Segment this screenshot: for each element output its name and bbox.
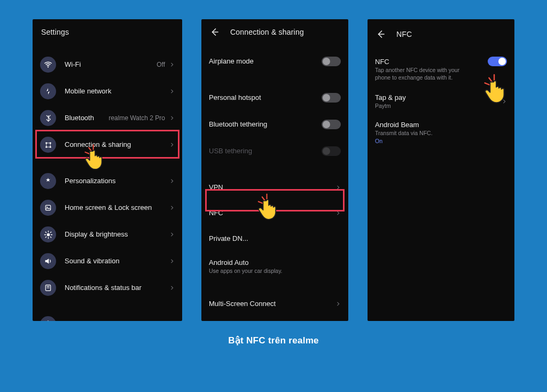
connection-sharing-icon — [40, 137, 56, 153]
settings-row-sound[interactable]: Sound & vibration — [33, 248, 182, 275]
android-beam-label: Android Beam — [375, 121, 507, 129]
android-beam-status: On — [375, 138, 507, 144]
settings-row-wifi[interactable]: Wi-Fi Off — [33, 51, 182, 78]
row-personal-hotspot[interactable]: Personal hotspot — [201, 84, 348, 111]
bluetooth-label: Bluetooth — [65, 114, 108, 122]
vpn-label: VPN — [209, 183, 335, 192]
chevron-right-icon — [169, 204, 175, 211]
android-auto-label: Android Auto — [209, 258, 341, 267]
row-bluetooth-tethering[interactable]: Bluetooth tethering — [201, 111, 348, 138]
row-airplane-mode[interactable]: Airplane mode — [201, 48, 348, 75]
notifications-icon — [40, 280, 56, 296]
settings-row-display[interactable]: Display & brightness — [33, 221, 182, 248]
android-auto-sublabel: Use apps on your car display. — [209, 268, 341, 275]
airplane-label: Airplane mode — [209, 57, 322, 66]
settings-row-personalizations[interactable]: Personalizations — [33, 168, 182, 194]
settings-row-mobile[interactable]: Mobile network — [33, 78, 182, 105]
chevron-right-icon — [169, 231, 175, 238]
nfc-header: NFC — [368, 19, 514, 49]
settings-row-notifications[interactable]: Notifications & status bar — [33, 275, 182, 301]
conn-header: Connection & sharing — [201, 19, 348, 45]
chevron-right-icon — [169, 284, 175, 292]
airplane-toggle[interactable] — [322, 57, 341, 66]
chevron-right-icon — [169, 61, 175, 68]
mobile-network-icon — [40, 83, 56, 99]
row-multiscreen-connect[interactable]: Multi-Screen Connect — [201, 291, 348, 317]
hotspot-toggle[interactable] — [322, 93, 341, 103]
btteth-toggle[interactable] — [322, 120, 341, 129]
phone-connection-sharing: Connection & sharing Airplane mode Perso… — [201, 19, 348, 321]
chevron-right-icon — [502, 98, 507, 105]
chevron-right-icon — [335, 184, 341, 191]
wifi-icon — [40, 57, 56, 73]
phone-nfc: NFC NFC Tap another NFC device with your… — [368, 19, 514, 321]
back-button[interactable] — [210, 27, 220, 37]
home-lock-label: Home screen & Lock screen — [65, 203, 169, 212]
chevron-right-icon — [169, 88, 175, 95]
row-nfc[interactable]: NFC — [201, 201, 348, 225]
chevron-right-icon — [169, 141, 175, 148]
nfc-label: NFC — [209, 209, 335, 217]
btteth-label: Bluetooth tethering — [209, 120, 322, 129]
row-private-dns[interactable]: Private DN... — [201, 225, 348, 252]
personalizations-icon — [40, 173, 56, 189]
display-label: Display & brightness — [65, 230, 169, 239]
row-android-auto[interactable]: Android Auto Use apps on your car displa… — [201, 252, 348, 281]
msc-label: Multi-Screen Connect — [209, 300, 335, 308]
row-android-beam[interactable]: Android Beam Transmit data via NFC. On — [368, 115, 514, 150]
sound-vibration-icon — [40, 253, 56, 269]
nfc-master-label: NFC — [375, 58, 488, 66]
row-screencast[interactable]: Screencast — [201, 317, 348, 321]
private-dns-label: Private DN... — [209, 234, 341, 243]
chevron-right-icon — [169, 114, 175, 122]
sound-label: Sound & vibration — [65, 257, 169, 265]
back-button[interactable] — [376, 29, 386, 39]
row-nfc-master[interactable]: NFC Tap another NFC device with your pho… — [368, 53, 514, 88]
android-beam-sublabel: Transmit data via NFC. — [375, 130, 507, 137]
connection-sharing-label: Connection & sharing — [65, 140, 169, 149]
usbteth-toggle — [322, 146, 341, 156]
tap-pay-sublabel: Paytm — [375, 103, 502, 110]
password-security-icon — [40, 316, 56, 321]
settings-title: Settings — [41, 28, 69, 36]
chevron-right-icon — [169, 320, 175, 321]
row-vpn[interactable]: VPN — [201, 174, 348, 201]
chevron-right-icon — [335, 300, 341, 308]
row-tap-pay[interactable]: Tap & pay Paytm — [368, 88, 514, 115]
settings-row-home-lock[interactable]: Home screen & Lock screen — [33, 194, 182, 221]
nfc-master-toggle[interactable] — [488, 57, 507, 66]
row-usb-tethering: USB tethering — [201, 138, 348, 164]
bluetooth-value: realme Watch 2 Pro — [108, 114, 165, 122]
nfc-screen-title: NFC — [396, 30, 412, 38]
settings-row-password-security[interactable]: Password & security — [33, 311, 182, 321]
nfc-master-sublabel: Tap another NFC device with your phone t… — [375, 67, 476, 81]
settings-header: Settings — [33, 19, 182, 45]
usbteth-label: USB tethering — [209, 147, 322, 155]
chevron-right-icon — [169, 257, 175, 265]
personalizations-label: Personalizations — [65, 177, 169, 185]
settings-row-connection-sharing[interactable]: Connection & sharing — [33, 131, 182, 158]
bluetooth-icon — [40, 110, 56, 126]
mobile-label: Mobile network — [65, 87, 169, 96]
chevron-right-icon — [335, 209, 341, 217]
display-brightness-icon — [40, 226, 56, 242]
figure-caption: Bật NFC trên realme — [228, 335, 319, 346]
password-label: Password & security — [65, 320, 169, 321]
chevron-right-icon — [169, 177, 175, 185]
phone-settings: Settings Wi-Fi Off Mobile network Blueto… — [33, 19, 182, 321]
home-lock-icon — [40, 200, 56, 216]
tap-pay-label: Tap & pay — [375, 93, 502, 102]
wifi-label: Wi-Fi — [65, 60, 157, 69]
hotspot-label: Personal hotspot — [209, 93, 322, 102]
wifi-value: Off — [157, 61, 165, 68]
notifications-label: Notifications & status bar — [65, 284, 169, 292]
settings-row-bluetooth[interactable]: Bluetooth realme Watch 2 Pro — [33, 105, 182, 131]
conn-title: Connection & sharing — [230, 28, 304, 36]
